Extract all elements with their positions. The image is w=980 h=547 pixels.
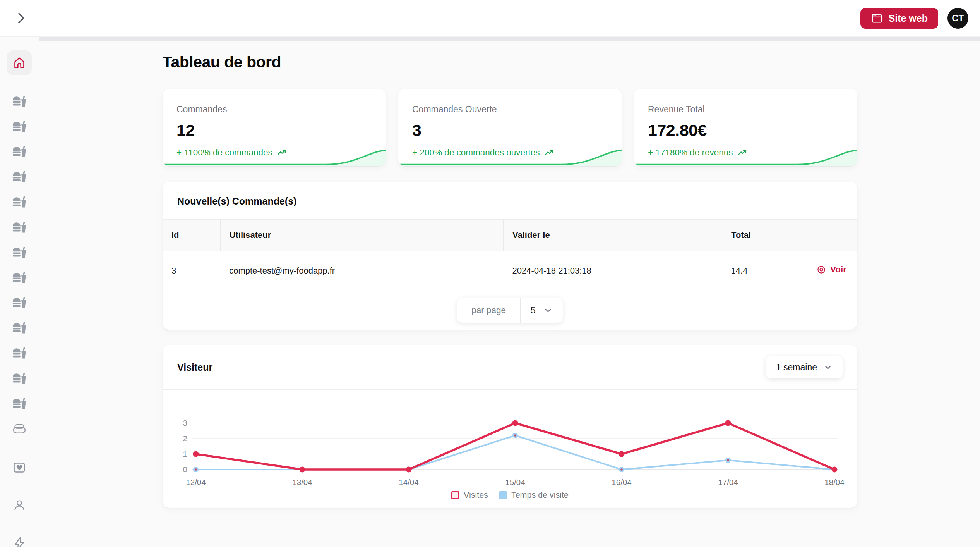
restaurant-icon	[11, 396, 27, 413]
visitors-chart-area: 012312/0413/0414/0415/0416/0417/0418/04	[163, 390, 857, 489]
lightning-icon	[11, 535, 27, 547]
svg-text:13/04: 13/04	[292, 478, 312, 487]
sidebar-item-restaurant[interactable]	[7, 392, 32, 417]
chart-legend: VisitesTemps de visite	[163, 490, 857, 500]
restaurant-icon	[11, 346, 27, 362]
stat-card-revenue: Revenue Total 172.80€ + 17180% de revenu…	[634, 89, 857, 166]
column-header-id: Id	[163, 220, 220, 251]
user-icon	[11, 497, 27, 514]
sidebar-item-restaurant[interactable]	[7, 291, 32, 316]
view-order-link[interactable]: Voir	[816, 265, 853, 275]
chevron-right-icon	[13, 10, 29, 26]
restaurant-icon	[11, 321, 27, 337]
user-avatar[interactable]: CT	[947, 8, 968, 29]
stat-value: 3	[412, 121, 622, 140]
legend-item-temps-de-visite[interactable]: Temps de visite	[499, 490, 569, 500]
sidebar-item-card-heart[interactable]	[7, 455, 32, 480]
orders-header-row: Id Utilisateur Valider le Total	[163, 220, 857, 251]
content-top-strip	[39, 37, 980, 41]
svg-text:1: 1	[183, 449, 187, 458]
legend-swatch-icon	[451, 491, 459, 499]
stat-sparkline	[163, 148, 386, 166]
order-date-cell: 2024-04-18 21:03:18	[504, 251, 722, 291]
sidebar-item-restaurant[interactable]	[7, 140, 32, 165]
svg-text:17/04: 17/04	[718, 478, 738, 487]
home-icon	[13, 56, 26, 69]
stat-value: 12	[176, 121, 386, 140]
chevron-down-icon	[543, 306, 553, 315]
visitors-card-title: Visiteur	[177, 362, 212, 373]
column-header-actions	[807, 220, 857, 251]
sidebar-item-restaurant[interactable]	[7, 215, 32, 241]
restaurant-icon	[11, 245, 27, 261]
sidebar-item-restaurant[interactable]	[7, 341, 32, 366]
per-page-label: par page	[457, 298, 521, 323]
restaurant-icon	[11, 170, 27, 186]
date-range-value: 1 semaine	[776, 362, 817, 373]
site-web-button[interactable]: Site web	[860, 8, 938, 29]
svg-text:0: 0	[183, 465, 187, 474]
stat-label: Commandes	[176, 104, 386, 115]
sidebar-item-restaurant[interactable]	[7, 190, 32, 215]
column-header-total: Total	[722, 220, 807, 251]
svg-text:18/04: 18/04	[824, 478, 844, 487]
sidebar-expand-button[interactable]	[12, 9, 30, 28]
restaurant-icon	[11, 270, 27, 287]
order-total-cell: 14.4	[722, 251, 807, 291]
date-range-selector[interactable]: 1 semaine	[766, 356, 843, 378]
sidebar-item-restaurant[interactable]	[7, 241, 32, 266]
sidebar-item-restaurant[interactable]	[7, 266, 32, 291]
main-content: Tableau de bord Commandes 12 + 1100% de …	[163, 0, 857, 508]
page-title: Tableau de bord	[163, 53, 857, 71]
visitors-chart: 012312/0413/0414/0415/0416/0417/0418/04	[173, 396, 846, 489]
legend-item-visites[interactable]: Visites	[451, 490, 488, 500]
visitors-card: Visiteur 1 semaine 012312/0413/0414/0415…	[163, 345, 857, 508]
sidebar-item-user[interactable]	[7, 493, 32, 518]
restaurant-icon	[11, 296, 27, 312]
stat-sparkline	[634, 148, 857, 166]
sidebar-item-home[interactable]	[7, 50, 32, 75]
sidebar-item-restaurant[interactable]	[7, 89, 32, 115]
stat-card-commandes-ouverte: Commandes Ouverte 3 + 200% de commandes …	[398, 89, 622, 166]
avatar-initials: CT	[952, 13, 964, 24]
stat-label: Commandes Ouverte	[412, 104, 622, 115]
restaurant-icon	[11, 144, 27, 161]
svg-text:15/04: 15/04	[505, 478, 525, 487]
browser-window-icon	[871, 12, 883, 24]
restaurant-icon	[11, 94, 27, 110]
per-page-value: 5	[531, 305, 536, 316]
eye-icon	[816, 265, 826, 275]
orders-card-title: Nouvelle(s) Commande(s)	[177, 196, 296, 207]
card-heart-icon	[11, 459, 27, 476]
order-id-cell: 3	[163, 251, 220, 291]
topbar-right: Site web CT	[860, 8, 968, 29]
lunchbox-icon	[11, 421, 27, 438]
column-header-utilisateur: Utilisateur	[220, 220, 503, 251]
sidebar-item-lunchbox[interactable]	[7, 417, 32, 442]
stats-row: Commandes 12 + 1100% de commandes Comman…	[163, 89, 857, 166]
svg-text:12/04: 12/04	[186, 478, 206, 487]
sidebar-item-lightning[interactable]	[7, 531, 32, 547]
chevron-down-icon	[823, 363, 833, 372]
new-orders-card: Nouvelle(s) Commande(s) Id Utilisateur V…	[163, 182, 857, 330]
sidebar-item-restaurant[interactable]	[7, 165, 32, 190]
svg-text:16/04: 16/04	[612, 478, 631, 487]
svg-text:2: 2	[183, 434, 187, 443]
sidebar-nav	[0, 37, 39, 547]
svg-text:14/04: 14/04	[399, 478, 418, 487]
restaurant-icon	[11, 195, 27, 211]
orders-table: Id Utilisateur Valider le Total 3 compte…	[163, 219, 857, 291]
svg-text:3: 3	[183, 418, 187, 427]
site-web-label: Site web	[889, 13, 928, 24]
sidebar-item-restaurant[interactable]	[7, 115, 32, 140]
per-page-selector[interactable]: par page 5	[457, 298, 563, 323]
legend-swatch-icon	[499, 491, 507, 499]
restaurant-icon	[11, 119, 27, 136]
restaurant-icon	[11, 371, 27, 387]
topbar: Site web CT	[0, 0, 980, 37]
stat-card-commandes: Commandes 12 + 1100% de commandes	[163, 89, 386, 166]
sidebar-item-restaurant[interactable]	[7, 366, 32, 392]
table-row: 3 compte-test@my-foodapp.fr 2024-04-18 2…	[163, 251, 857, 291]
pagination-zone: par page 5	[163, 291, 857, 330]
sidebar-item-restaurant[interactable]	[7, 316, 32, 341]
